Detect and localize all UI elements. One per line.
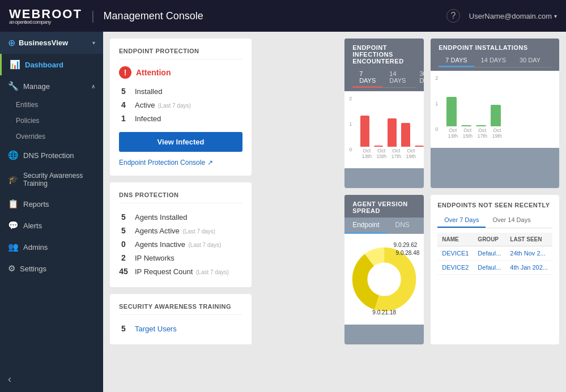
dashboard-icon: 📊: [10, 59, 20, 70]
attention-icon: !: [119, 66, 131, 79]
installations-title: ENDPOINT INSTALLATIONS: [439, 44, 551, 51]
settings-icon: ⚙: [8, 263, 15, 274]
installations-tabs: 7 DAYS 14 DAYS 30 DAY: [439, 54, 551, 67]
header-right: ? UserName@domain.com ▾: [446, 9, 557, 23]
right-area: ENDPOINT INFECTIONS ENCOUNTERED 7 DAYS 1…: [258, 39, 559, 344]
sidebar-item-policies[interactable]: Policies: [16, 113, 103, 129]
sat-card-title: SECURITY AWARENESS TRAINING: [119, 303, 242, 315]
manage-icon: 🔧: [8, 81, 19, 91]
not-seen-table-body: DEVICE1 Defaul... 24th Nov 2... DEVICE2 …: [437, 246, 552, 275]
infections-chart-body: 210 Oct 13th Oct 15th: [344, 91, 424, 168]
not-seen-table: NAME GROUP LAST SEEN DEVICE1 Defaul... 2…: [437, 233, 552, 275]
not-seen-table-header: NAME GROUP LAST SEEN: [437, 233, 552, 246]
logo: WEBROOT an opentext company: [9, 7, 82, 25]
infections-tab-30days[interactable]: 30 DAYS: [412, 68, 424, 87]
installations-chart-body: 210 Oct 13th Oct 15th Oc: [431, 71, 559, 148]
dns-stat-networks: 2 IP Networks: [119, 251, 242, 265]
attention-text: Attention: [136, 68, 171, 77]
install-bar-oct17: [476, 125, 486, 126]
device2-name[interactable]: DEVICE2: [437, 261, 473, 275]
globe-icon: ⊕: [8, 37, 15, 48]
user-menu[interactable]: UserName@domain.com ▾: [469, 12, 557, 20]
sidebar-label-dashboard: Dashboard: [25, 61, 63, 69]
content-area: ENDPOINT PROTECTION ! Attention 5 Instal…: [103, 32, 566, 392]
agent-version-header: AGENT VERSION SPREAD: [344, 195, 424, 218]
ep-card-title: ENDPOINT PROTECTION: [119, 48, 242, 59]
installations-tab-7days[interactable]: 7 DAYS: [439, 54, 474, 67]
header-divider: |: [91, 8, 95, 23]
agent-version-title: AGENT VERSION SPREAD: [352, 201, 416, 214]
install-bar-oct13: [446, 97, 457, 126]
agent-tab-dns[interactable]: DNS: [388, 218, 418, 233]
over-tab-7days[interactable]: Over 7 Days: [437, 213, 486, 228]
device1-name[interactable]: DEVICE1: [437, 246, 473, 261]
view-infected-button[interactable]: View Infected: [119, 132, 242, 152]
sidebar-item-settings[interactable]: ⚙ Settings: [0, 258, 103, 279]
console-link-text: Endpoint Protection Console: [119, 159, 205, 167]
installations-bars: [444, 75, 555, 126]
sidebar-label-dns: DNS Protection: [23, 151, 74, 160]
sidebar-item-reports[interactable]: 📋 Reports: [0, 193, 103, 215]
installations-chart-card: ENDPOINT INSTALLATIONS 7 DAYS 14 DAYS 30…: [431, 39, 559, 188]
bar-oct17b: [401, 123, 410, 147]
left-column: ENDPOINT PROTECTION ! Attention 5 Instal…: [110, 39, 252, 344]
col-name: NAME: [437, 233, 473, 246]
sidebar-item-sat[interactable]: 🎓 Security Awareness Training: [0, 166, 103, 193]
sidebar-item-overrides[interactable]: Overrides: [16, 129, 103, 144]
dashboard-layout: ENDPOINT PROTECTION ! Attention 5 Instal…: [110, 39, 559, 344]
infections-header: ENDPOINT INFECTIONS ENCOUNTERED 7 DAYS 1…: [344, 39, 424, 91]
dns-stat-inactive: 0 Agents Inactive (Last 7 days): [119, 237, 242, 251]
sidebar-item-alerts[interactable]: 💬 Alerts: [0, 215, 103, 236]
sidebar-label-reports: Reports: [23, 200, 49, 208]
agent-version-card: AGENT VERSION SPREAD Endpoint DNS: [344, 195, 424, 344]
agent-tab-endpoint[interactable]: Endpoint: [344, 218, 387, 233]
help-button[interactable]: ?: [446, 9, 460, 23]
bar-oct19: [415, 146, 424, 147]
page-header-title: Management Console: [104, 10, 203, 22]
app-header: WEBROOT an opentext company | Management…: [0, 0, 566, 32]
sidebar-item-dns[interactable]: 🌐 DNS Protection: [0, 144, 103, 166]
device2-group: Defaul...: [473, 261, 505, 275]
sidebar-label-sat: Security Awareness Training: [23, 172, 95, 188]
device1-last-seen: 24th Nov 2...: [505, 246, 552, 261]
infections-x-labels: Oct 13th Oct 15th Oct 17th Oct 19th: [358, 148, 419, 159]
infections-tab-7days[interactable]: 7 DAYS: [352, 68, 382, 87]
version-label-2: 9.0.28.48: [396, 250, 420, 256]
business-view-label: BusinessView: [19, 39, 68, 47]
installations-y-axis: 210: [435, 75, 438, 132]
sidebar: ⊕ BusinessView ▾ 📊 Dashboard 🔧 Manage ∧ …: [0, 32, 103, 392]
dns-icon: 🌐: [8, 150, 19, 160]
sidebar-label-manage: Manage: [23, 82, 50, 91]
sidebar-item-dashboard[interactable]: 📊 Dashboard: [0, 54, 103, 75]
installations-header: ENDPOINT INSTALLATIONS 7 DAYS 14 DAYS 30…: [431, 39, 559, 71]
business-view-selector[interactable]: ⊕ BusinessView ▾: [0, 32, 103, 54]
table-row: DEVICE2 Defaul... 4th Jan 202...: [437, 261, 552, 275]
not-seen-title: ENDPOINTS NOT SEEN RECENTLY: [437, 202, 552, 208]
install-bar-oct19: [491, 105, 501, 126]
sat-icon: 🎓: [8, 174, 19, 185]
sidebar-item-manage[interactable]: 🔧 Manage ∧: [0, 75, 103, 97]
infections-chart-area: 210 Oct 13th Oct 15th: [349, 96, 419, 164]
stat-active: 4 Active (Last 7 days): [119, 98, 242, 112]
business-view-chevron-icon: ▾: [92, 40, 95, 46]
over-tabs: Over 7 Days Over 14 Days: [437, 213, 552, 228]
infections-y-axis: 210: [349, 96, 352, 152]
col-last-seen: LAST SEEN: [505, 233, 552, 246]
table-header-row: NAME GROUP LAST SEEN: [437, 233, 552, 246]
infections-tabs: 7 DAYS 14 DAYS 30 DAYS: [352, 68, 416, 88]
sidebar-collapse-button[interactable]: ‹: [0, 367, 103, 392]
sidebar-item-admins[interactable]: 👥 Admins: [0, 236, 103, 258]
endpoint-console-link[interactable]: Endpoint Protection Console ↗: [119, 159, 242, 167]
dns-protection-card: DNS PROTECTION 5 Agents Installed 5 Agen…: [110, 182, 252, 287]
manage-chevron-icon: ∧: [91, 83, 95, 90]
username-label: UserName@domain.com: [469, 12, 552, 20]
installations-tab-30days[interactable]: 30 DAY: [513, 54, 547, 67]
sidebar-item-entities[interactable]: Entities: [16, 97, 103, 113]
over-tab-14days[interactable]: Over 14 Days: [486, 213, 537, 228]
table-row: DEVICE1 Defaul... 24th Nov 2...: [437, 246, 552, 261]
installations-tab-14days[interactable]: 14 DAYS: [474, 54, 513, 67]
install-bar-oct15: [461, 125, 471, 126]
main-layout: ⊕ BusinessView ▾ 📊 Dashboard 🔧 Manage ∧ …: [0, 32, 566, 392]
sidebar-sub-manage: Entities Policies Overrides: [0, 97, 103, 144]
infections-tab-14days[interactable]: 14 DAYS: [382, 68, 412, 87]
